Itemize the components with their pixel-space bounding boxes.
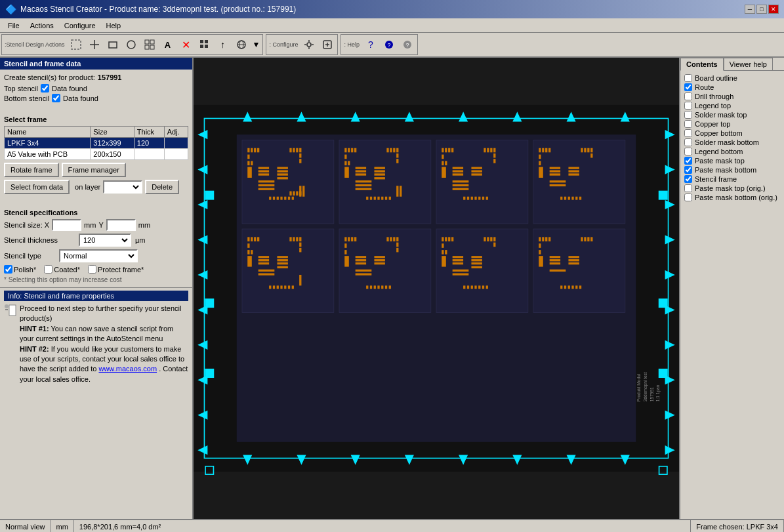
- content-checkbox-3[interactable]: [684, 102, 692, 110]
- svg-rect-159: [445, 161, 447, 165]
- content-checkbox-6[interactable]: [684, 129, 692, 137]
- svg-rect-320: [579, 285, 581, 289]
- toolbars: :Stencil Design Actions A ✕ ↑ ▼ : Config…: [0, 33, 784, 58]
- col-name: Name: [5, 127, 91, 138]
- status-unit: mm: [51, 520, 74, 532]
- tab-contents[interactable]: Contents: [680, 58, 724, 71]
- coated-checkbox[interactable]: [44, 265, 52, 274]
- product-no: 157991: [98, 73, 122, 81]
- protect-frame-label[interactable]: Protect frame*: [88, 265, 144, 274]
- top-stencil-checkbox[interactable]: [41, 84, 49, 92]
- table-row[interactable]: A5 Value with PCB200x150: [5, 149, 188, 160]
- on-layer-label: on layer: [75, 183, 100, 191]
- svg-rect-214: [247, 250, 249, 255]
- content-checkbox-5[interactable]: [684, 120, 692, 128]
- stencil-size-y-input[interactable]: 312: [106, 219, 136, 231]
- svg-rect-305: [550, 262, 560, 264]
- tb-grid-btn[interactable]: [141, 36, 158, 53]
- polish-checkbox[interactable]: [4, 265, 12, 274]
- stencil-thickness-unit: µm: [135, 236, 146, 244]
- polish-label[interactable]: Polish*: [4, 265, 36, 274]
- frame-manager-button[interactable]: Frame manager: [62, 163, 126, 177]
- svg-rect-193: [550, 180, 566, 182]
- svg-rect-87: [247, 155, 249, 159]
- svg-rect-249: [344, 256, 349, 266]
- maximize-button[interactable]: □: [756, 5, 767, 14]
- svg-rect-155: [448, 148, 450, 153]
- svg-rect-131: [356, 180, 372, 182]
- rotate-frame-button[interactable]: Rotate frame: [4, 163, 59, 177]
- tb-help2-btn[interactable]: ?: [381, 36, 398, 53]
- svg-rect-6: [150, 40, 154, 44]
- menu-file[interactable]: File: [3, 20, 25, 31]
- tb-config1-btn[interactable]: [300, 36, 318, 53]
- menu-help[interactable]: Help: [101, 20, 127, 31]
- svg-rect-206: [571, 197, 573, 200]
- content-checkbox-0[interactable]: [684, 74, 692, 82]
- bottom-stencil-checkbox[interactable]: [52, 94, 60, 102]
- svg-rect-113: [269, 197, 271, 200]
- menu-configure[interactable]: Configure: [59, 20, 101, 31]
- stencil-type-select[interactable]: Normal Nano Electro: [59, 249, 138, 262]
- stencil-thickness-select[interactable]: 120 100 150: [79, 234, 131, 247]
- svg-rect-192: [539, 167, 543, 178]
- svg-rect-10: [205, 40, 208, 43]
- svg-rect-308: [568, 256, 579, 258]
- content-label: Paste mask top: [695, 157, 745, 165]
- layer-select[interactable]: [103, 180, 142, 194]
- svg-rect-188: [539, 161, 541, 165]
- content-checkbox-13[interactable]: [684, 194, 692, 201]
- content-checkbox-2[interactable]: [684, 92, 692, 100]
- content-checkbox-12[interactable]: [684, 184, 692, 192]
- cell-thick: 120: [134, 138, 164, 149]
- stencil-size-row: Stencil size: X 399 mm Y 312 mm: [4, 219, 188, 231]
- svg-rect-302: [539, 250, 541, 255]
- content-checkbox-9[interactable]: [684, 157, 692, 165]
- svg-rect-165: [453, 184, 469, 186]
- content-checkbox-4[interactable]: [684, 111, 692, 119]
- content-checkbox-1[interactable]: [684, 83, 692, 91]
- content-checkbox-8[interactable]: [684, 148, 692, 155]
- tb-globe-btn[interactable]: [233, 36, 250, 53]
- tb-rect-btn[interactable]: [104, 36, 121, 53]
- svg-rect-301: [539, 243, 541, 248]
- menu-actions[interactable]: Actions: [25, 20, 59, 31]
- svg-rect-145: [400, 186, 402, 196]
- svg-rect-132: [356, 184, 372, 186]
- top-stencil-label: Top stencil: [4, 85, 38, 92]
- svg-rect-263: [374, 285, 376, 289]
- tb-circle-btn[interactable]: [123, 36, 140, 53]
- svg-rect-291: [467, 285, 469, 289]
- delete-button[interactable]: Delete: [145, 180, 179, 194]
- svg-rect-299: [545, 237, 547, 241]
- cell-size: 200x150: [91, 149, 134, 160]
- tb-array-btn[interactable]: [196, 36, 213, 53]
- svg-rect-136: [374, 173, 384, 175]
- info-link[interactable]: www.macaos.com: [98, 365, 157, 373]
- tb-up-btn[interactable]: ↑: [215, 36, 232, 53]
- tb-text-btn[interactable]: A: [159, 36, 176, 53]
- svg-rect-279: [453, 270, 469, 272]
- tb-crosshair-btn[interactable]: [86, 36, 103, 53]
- coated-label[interactable]: Coated*: [44, 265, 80, 274]
- tb-dropdown-arrow[interactable]: ▼: [251, 39, 262, 51]
- svg-rect-117: [284, 197, 286, 200]
- tb-help3-btn[interactable]: ?: [399, 36, 416, 53]
- select-from-data-button[interactable]: Select from data: [4, 180, 70, 194]
- close-button[interactable]: ✕: [768, 5, 779, 14]
- protect-frame-checkbox[interactable]: [88, 265, 96, 274]
- tb-select-btn[interactable]: [68, 36, 85, 53]
- content-checkbox-10[interactable]: [684, 166, 692, 174]
- tb-delete-btn[interactable]: ✕: [178, 36, 195, 53]
- tb-help1-btn[interactable]: ?: [362, 36, 379, 53]
- stencil-size-x-input[interactable]: 399: [52, 219, 81, 231]
- svg-rect-310: [568, 262, 579, 264]
- tab-viewer-help[interactable]: Viewer help: [724, 58, 773, 70]
- content-checkbox-7[interactable]: [684, 138, 692, 146]
- table-row[interactable]: LPKF 3x4312x399120: [5, 138, 188, 149]
- tb-config2-btn[interactable]: [319, 36, 336, 53]
- content-checkbox-11[interactable]: [684, 175, 692, 183]
- minimize-button[interactable]: ─: [745, 5, 755, 14]
- right-tabs: Contents Viewer help: [680, 58, 784, 71]
- canvas-area[interactable]: Produkt Modul 3ddemopnl test 157991 1:1 …: [194, 58, 679, 519]
